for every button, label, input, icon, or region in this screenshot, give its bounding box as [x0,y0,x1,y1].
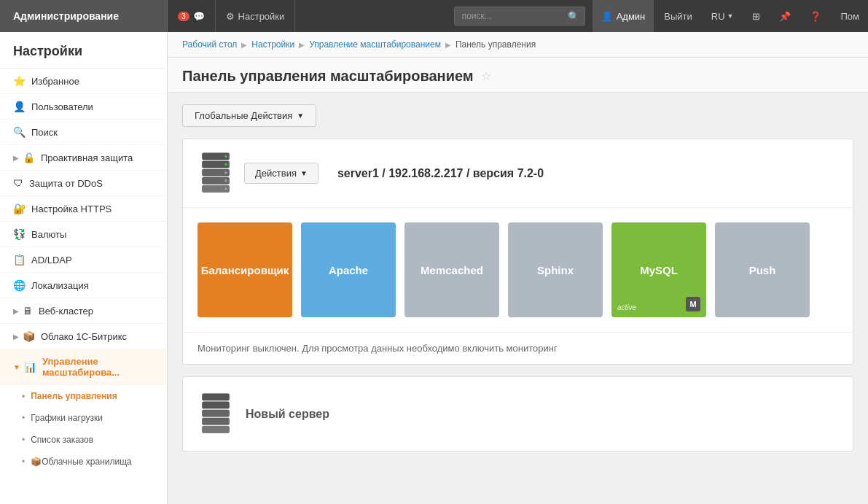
service-memcached-label: Memcached [421,264,483,276]
sidebar-item-favorites[interactable]: ⭐ Избранное [0,69,167,94]
breadcrumb-desktop[interactable]: Рабочий стол [182,39,237,50]
breadcrumb-scaling[interactable]: Управление масштабированием [309,39,441,50]
pin-icon-button[interactable]: 📌 [770,0,799,32]
svg-point-6 [224,163,227,166]
sidebar-item-search-label: Поиск [31,127,58,138]
https-icon: 🔐 [13,203,26,214]
service-mysql[interactable]: MySQL active M [611,222,706,317]
service-push[interactable]: Push [715,222,810,317]
nav-settings[interactable]: ⚙ Настройки [216,0,296,32]
currency-icon: 💱 [13,228,26,240]
more-text: Пом [840,11,859,22]
service-memcached[interactable]: Memcached [404,222,499,317]
logout-button[interactable]: Выйти [655,0,701,32]
user-menu[interactable]: 👤 Админ [593,0,654,32]
sidebar-item-ddos-label: Защита от DDoS [29,178,103,189]
sidebar-item-search[interactable]: 🔍 Поиск [0,120,167,145]
scaling-icon: 📊 [24,361,36,373]
lang-caret: ▼ [727,12,734,20]
sidebar-item-ldap-label: AD/LDAP [31,255,72,265]
logout-label: Выйти [664,11,692,22]
sidebar-item-locale[interactable]: 🌐 Локализация [0,273,167,298]
service-apache-label: Apache [329,264,368,276]
sidebar-item-currency[interactable]: 💱 Валюты [0,222,167,247]
monitoring-text: Мониторинг выключен. Для просмотра данны… [198,343,558,354]
server1-card: Действия ▼ server1 / 192.168.2.217 / вер… [182,139,853,365]
breadcrumb: Рабочий стол ▶ Настройки ▶ Управление ма… [168,32,868,58]
sidebar-item-users[interactable]: 👤 Пользователи [0,94,167,120]
sidebar-item-currency-label: Валюты [31,229,66,240]
sidebar-item-proactive-label: Проактивная защита [41,152,133,163]
user-icon: 👤 [13,101,26,112]
monitor-icon: 🖥 [23,305,33,317]
nav-notifications[interactable]: 3 💬 [168,0,216,32]
star-icon: ⭐ [13,75,26,87]
help-button[interactable]: ❓ [801,0,830,32]
global-actions-bar: Глобальные Действия ▼ [182,104,853,127]
storage-icon: 📦 [31,457,42,467]
global-actions-button[interactable]: Глобальные Действия ▼ [182,104,316,127]
help-icon: ❓ [810,11,821,22]
globe-icon: 🌐 [13,279,26,291]
user-name: Админ [617,11,646,22]
sidebar-item-scaling-label: Управление масштабирова... [42,356,154,378]
sidebar-item-scaling[interactable]: ▼ 📊 Управление масштабирова... [0,349,167,385]
sidebar-sub-storage-label: Облачные хранилища [42,457,132,467]
sidebar-title: Настройки [0,32,167,69]
nav-right: 👤 Админ Выйти RU ▼ ⊞ 📌 ❓ Пом [593,0,868,32]
sidebar-item-cloud[interactable]: ▶ 📦 Облако 1С-Битрикс [0,324,167,349]
favorite-star-icon[interactable]: ☆ [481,69,491,83]
main-content: Рабочий стол ▶ Настройки ▶ Управление ма… [168,32,868,504]
monitoring-notice: Мониторинг выключен. Для просмотра данны… [183,332,853,364]
lang-switcher[interactable]: RU ▼ [703,0,743,32]
sidebar-sub-orders[interactable]: Список заказов [22,429,167,451]
mysql-active-badge: active [617,303,636,311]
sidebar-item-webcluster[interactable]: ▶ 🖥 Веб-кластер [0,298,167,324]
server1-actions-button[interactable]: Действия ▼ [244,163,318,184]
sidebar-sub-charts-label: Графики нагрузки [31,413,103,423]
breadcrumb-sep-1: ▶ [241,41,247,49]
sidebar-item-favorites-label: Избранное [31,76,79,87]
global-actions-caret: ▼ [297,112,304,120]
shield-icon: 🛡 [13,177,23,189]
brand-text: Администрирование [13,10,119,22]
arrow-down-icon: ▼ [13,363,20,371]
arrow-icon: ▶ [13,333,19,341]
sidebar-item-ddos[interactable]: 🛡 Защита от DDoS [0,171,167,196]
service-sphinx[interactable]: Sphinx [508,222,603,317]
sidebar-item-ldap[interactable]: 📋 AD/LDAP [0,247,167,273]
server1-header: Действия ▼ server1 / 192.168.2.217 / вер… [183,139,853,208]
grid-icon: ⊞ [752,11,760,22]
pin-icon: 📌 [779,11,791,22]
sidebar-item-proactive[interactable]: ▶ 🔒 Проактивная защита [0,145,167,171]
svg-rect-14 [202,426,229,433]
sidebar-item-https[interactable]: 🔐 Настройка HTTPS [0,196,167,222]
svg-rect-10 [202,394,229,400]
sidebar-sub-storage[interactable]: 📦 Облачные хранилища [22,451,167,473]
grid-icon-button[interactable]: ⊞ [743,0,769,32]
sidebar-sub-panel[interactable]: Панель управления [22,385,167,407]
nav-items: 3 💬 ⚙ Настройки [168,0,454,32]
sidebar-item-users-label: Пользователи [31,101,93,112]
service-apache[interactable]: Apache [301,222,396,317]
more-label[interactable]: Пом [832,0,868,32]
search-icon: 🔍 [568,11,579,22]
lang-label: RU [711,11,725,22]
sidebar-item-locale-label: Локализация [31,280,89,291]
breadcrumb-settings[interactable]: Настройки [251,39,294,50]
notification-badge: 3 [178,12,189,21]
service-balancer-label: Балансировщик [201,264,289,276]
content-area: Глобальные Действия ▼ [168,93,868,463]
svg-point-9 [224,187,227,190]
sidebar-sub-menu: Панель управления Графики нагрузки Списо… [0,385,167,473]
service-mysql-label: MySQL [640,264,678,276]
server1-services-grid: Балансировщик Apache Memcached Sphinx My… [183,208,853,332]
brand-logo[interactable]: Администрирование [0,0,168,32]
sidebar-item-https-label: Настройка HTTPS [31,203,112,214]
search-input[interactable] [454,7,585,26]
page-title-bar: Панель управления масштабированием ☆ [168,58,868,93]
service-balancer[interactable]: Балансировщик [198,222,292,317]
sidebar: Настройки ⭐ Избранное 👤 Пользователи 🔍 П… [0,32,168,504]
breadcrumb-sep-3: ▶ [445,41,451,49]
sidebar-sub-charts[interactable]: Графики нагрузки [22,407,167,429]
